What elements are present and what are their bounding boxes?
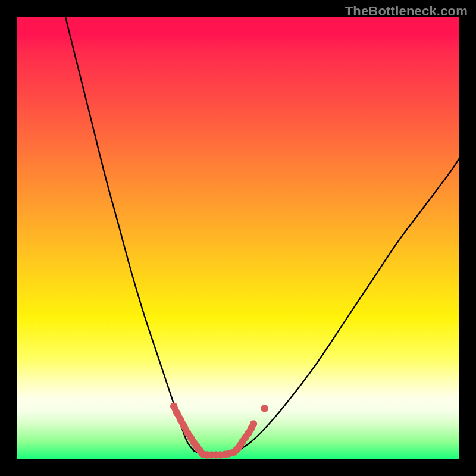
svg-point-0 (170, 403, 177, 410)
highlight-markers (170, 403, 268, 459)
svg-point-2 (177, 416, 184, 423)
svg-point-3 (180, 422, 187, 430)
plot-area (17, 17, 459, 459)
svg-point-1 (173, 409, 180, 416)
svg-point-25 (250, 420, 257, 427)
bottleneck-curve (65, 17, 459, 455)
svg-point-26 (261, 405, 268, 412)
chart-frame: TheBottleneck.com (0, 0, 476, 476)
curve-layer (17, 17, 459, 459)
